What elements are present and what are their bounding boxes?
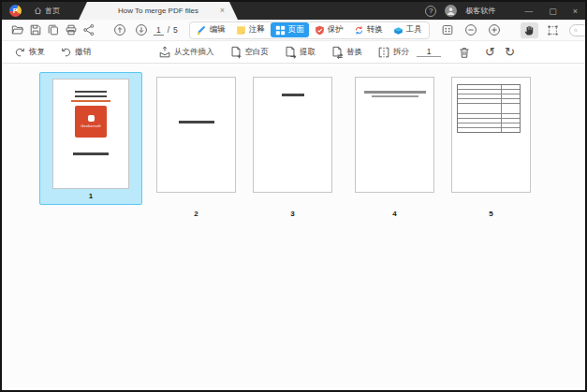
extract-button[interactable]: 提取 (280, 44, 319, 61)
fit-page-icon (441, 23, 454, 36)
pencil-icon (197, 25, 207, 36)
page-content-line (73, 152, 109, 155)
page-up-icon (113, 23, 126, 36)
page-1-preview: Geekersoft (52, 79, 129, 189)
app-logo-icon[interactable]: P (9, 5, 22, 17)
titlebar-right: ? 极客软件 — ▢ × (425, 5, 585, 17)
tab-pages[interactable]: 页面 (271, 22, 309, 37)
home-button[interactable]: 首页 (28, 2, 66, 20)
account-label[interactable]: 极客软件 (465, 6, 495, 16)
redo-label: 恢复 (29, 47, 45, 58)
page-navigation: 1 / 5 (110, 22, 178, 38)
blank-page-label: 空白页 (245, 47, 270, 58)
home-label: 首页 (45, 6, 60, 16)
undo-button[interactable]: 撤销 (56, 44, 95, 60)
tab-convert-label: 转换 (367, 24, 383, 36)
page-organizer-canvas[interactable]: Geekersoft 1 2 3 4 (2, 64, 585, 388)
copy-icon (47, 23, 60, 36)
thumbnail-page-4[interactable]: 4 (355, 77, 434, 193)
current-page-input[interactable]: 1 (154, 25, 164, 36)
hand-tool-button[interactable] (521, 22, 538, 38)
search-icon (574, 26, 578, 35)
shield-icon (315, 25, 325, 36)
page-tools-toolbar: 恢复 撤销 从文件插入 空白页 提取 替换 拆分 ↺ (2, 41, 585, 64)
extract-page-icon (284, 46, 297, 59)
window-close-button[interactable]: × (573, 7, 578, 16)
tab-convert[interactable]: 转换 (349, 22, 388, 37)
thumbnail-page-3[interactable]: 3 (253, 77, 332, 193)
zoom-in-button[interactable] (486, 22, 504, 38)
tab-annotate[interactable]: 注释 (231, 22, 270, 37)
account-avatar[interactable] (445, 5, 457, 17)
share-button[interactable] (80, 22, 97, 38)
redo-button[interactable]: 恢复 (10, 44, 49, 60)
delete-page-button[interactable] (454, 44, 475, 61)
ribbon-tabs: 编辑 注释 页面 保护 转换 工具 (189, 22, 430, 39)
split-button[interactable]: 拆分 (374, 44, 413, 61)
search-input[interactable] (580, 26, 584, 35)
split-label: 拆分 (393, 47, 409, 58)
page-content-line (75, 95, 107, 97)
zoom-out-button[interactable] (462, 22, 480, 38)
page-number-label: 4 (355, 210, 434, 218)
save-as-button[interactable] (44, 22, 62, 38)
save-button[interactable] (26, 22, 44, 38)
thumbnail-page-1[interactable]: Geekersoft 1 (39, 72, 142, 205)
blank-page-icon (229, 46, 242, 59)
open-file-button[interactable] (8, 22, 26, 38)
fit-page-button[interactable] (439, 22, 457, 38)
thumbnail-page-2[interactable]: 2 (156, 77, 236, 193)
zoom-in-icon (488, 23, 501, 36)
page-number-label: 3 (253, 210, 332, 218)
page-number-label: 5 (451, 210, 531, 218)
titlebar: P 首页 How To merge PDF files × ? 极客软件 — ▢… (2, 2, 585, 20)
tab-title: How To merge PDF files (118, 7, 198, 15)
thumbnail-page-5[interactable]: 5 (451, 77, 531, 193)
replace-label: 替换 (346, 47, 362, 58)
page-content-line (364, 91, 426, 94)
printer-icon (65, 23, 78, 36)
rotate-left-button[interactable]: ↺ (480, 46, 500, 58)
previous-page-button[interactable] (110, 22, 128, 38)
tab-close-icon[interactable]: × (220, 7, 225, 15)
save-icon (29, 23, 42, 36)
toolbox-icon (393, 25, 404, 36)
page-content-line (372, 95, 418, 97)
share-icon (82, 23, 95, 36)
page-content-line (71, 100, 110, 102)
minimize-button[interactable]: — (524, 7, 533, 16)
zoom-out-icon (464, 23, 477, 36)
maximize-button[interactable]: ▢ (549, 7, 557, 16)
pages-grid-icon (275, 25, 286, 36)
split-count-input[interactable] (417, 47, 441, 57)
page-3-preview (253, 77, 332, 193)
print-button[interactable] (62, 22, 80, 38)
tab-protect[interactable]: 保护 (310, 22, 348, 37)
search-box[interactable] (569, 24, 587, 36)
insert-from-file-label: 从文件插入 (174, 47, 214, 58)
insert-from-file-button[interactable]: 从文件插入 (154, 44, 218, 61)
tab-edit[interactable]: 编辑 (192, 22, 230, 37)
document-tab[interactable]: How To merge PDF files × (79, 2, 238, 20)
page-down-icon (135, 23, 148, 36)
logo-brand-text: Geekersoft (81, 123, 101, 128)
select-tool-button[interactable] (544, 22, 562, 38)
insert-from-file-icon (158, 46, 171, 59)
hand-icon (523, 24, 536, 36)
undo-icon (60, 46, 72, 58)
next-page-button[interactable] (132, 22, 150, 38)
page-1-logo: Geekersoft (75, 106, 107, 138)
tab-tools[interactable]: 工具 (389, 22, 427, 37)
tab-annotate-label: 注释 (249, 24, 265, 36)
page-2-preview (156, 77, 236, 193)
app-window: P 首页 How To merge PDF files × ? 极客软件 — ▢… (0, 0, 587, 392)
page-content-line (75, 91, 107, 93)
blank-page-button[interactable]: 空白页 (226, 44, 273, 61)
rotate-right-button[interactable]: ↻ (500, 46, 520, 58)
page-content-line (282, 94, 304, 96)
tab-tools-label: 工具 (406, 24, 422, 36)
help-button[interactable]: ? (425, 6, 436, 17)
replace-button[interactable]: 替换 (327, 44, 366, 61)
trash-icon (458, 46, 471, 59)
home-icon (34, 7, 42, 15)
